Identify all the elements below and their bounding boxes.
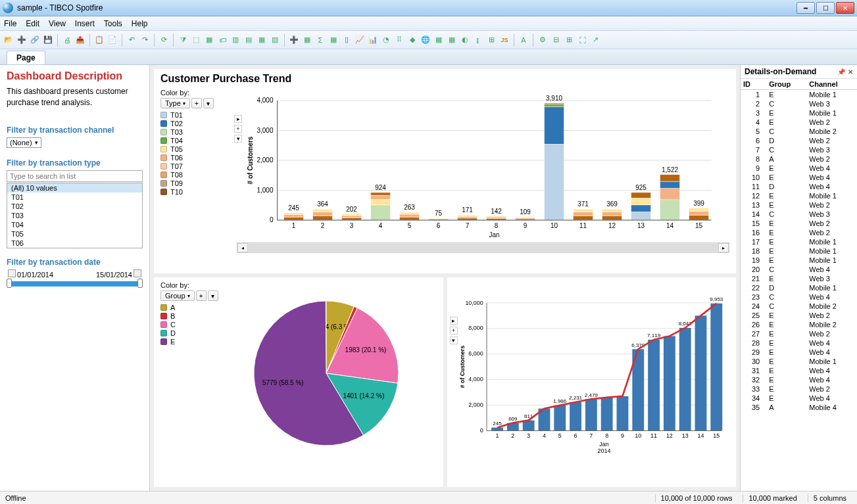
chart-scrollbar[interactable]: ◂▸	[237, 242, 729, 253]
legend-item[interactable]: T04	[160, 137, 233, 145]
menu-edit[interactable]: Edit	[26, 19, 39, 28]
list-item[interactable]: T02	[7, 202, 142, 211]
legend-item[interactable]: T10	[160, 188, 233, 196]
calendar-icon[interactable]	[8, 269, 16, 277]
table-row[interactable]: 18EMobile 1	[741, 246, 857, 256]
legend-item[interactable]: T08	[160, 171, 233, 179]
list-item[interactable]: T03	[7, 211, 142, 220]
popout-icon[interactable]: ↗	[589, 34, 601, 46]
undo-icon[interactable]: ↶	[126, 34, 137, 46]
parallel-icon[interactable]: ⫿	[472, 34, 484, 46]
js-icon[interactable]: JS	[499, 34, 510, 46]
menu-help[interactable]: Help	[132, 19, 148, 28]
legend-item[interactable]: C	[160, 321, 218, 329]
table-row[interactable]: 10EWeb 4	[741, 173, 857, 182]
split-h-icon[interactable]: ⊟	[550, 34, 562, 46]
export-icon[interactable]: 📤	[74, 34, 86, 46]
table-row[interactable]: 23CWeb 4	[741, 292, 857, 302]
table-row[interactable]: 14CWeb 3	[741, 210, 857, 219]
legend-item[interactable]: T05	[160, 145, 233, 153]
col-id[interactable]: ID	[741, 79, 766, 90]
table-row[interactable]: 35AMobile 4	[741, 403, 857, 412]
table-row[interactable]: 17EMobile 1	[741, 237, 857, 246]
menu-tools[interactable]: Tools	[104, 19, 122, 28]
split-v-icon[interactable]: ⊞	[563, 34, 575, 46]
col-channel[interactable]: Channel	[806, 79, 857, 90]
scatter-icon[interactable]: ⠿	[393, 34, 405, 46]
list-item[interactable]: T01	[7, 193, 142, 202]
col-icon[interactable]: ▥	[230, 34, 241, 46]
colorby-more-button[interactable]: ▾	[203, 98, 214, 108]
heatmap-icon[interactable]: ▦	[446, 34, 458, 46]
filter-icon[interactable]: ⧩	[177, 34, 189, 46]
table-row[interactable]: 16EWeb 2	[741, 228, 857, 237]
table-row[interactable]: 33EWeb 2	[741, 384, 857, 394]
table-row[interactable]: 11DWeb 4	[741, 182, 857, 191]
settings-icon[interactable]: ⚙	[537, 34, 549, 46]
legend-item[interactable]: D	[160, 329, 218, 337]
table-icon[interactable]: ▦	[301, 34, 313, 46]
table-row[interactable]: 20CWeb 4	[741, 265, 857, 274]
kpi-icon[interactable]: ◐	[459, 34, 471, 46]
calendar-icon[interactable]	[134, 269, 141, 277]
list-item[interactable]: T05	[7, 229, 142, 239]
close-button[interactable]: ✕	[836, 2, 854, 14]
filter-type-search[interactable]	[7, 170, 143, 182]
table-row[interactable]: 22DMobile 1	[741, 283, 857, 292]
list-item[interactable]: T04	[7, 220, 142, 229]
table-row[interactable]: 6DWeb 2	[741, 136, 857, 145]
legend-item[interactable]: T03	[160, 128, 233, 136]
date-slider[interactable]	[7, 281, 143, 286]
table-row[interactable]: 25EWeb 2	[741, 311, 857, 320]
legend-item[interactable]: T06	[160, 154, 233, 162]
table-row[interactable]: 29EWeb 4	[741, 348, 857, 357]
layout1-icon[interactable]: ▤	[243, 34, 255, 46]
add-icon[interactable]: ➕	[16, 34, 28, 46]
link-icon[interactable]: 🔗	[29, 34, 41, 46]
table-row[interactable]: 1EMobile 1	[741, 90, 857, 100]
filter-channel-dropdown[interactable]: (None)	[7, 137, 41, 148]
table-row[interactable]: 26EMobile 2	[741, 320, 857, 329]
table-row[interactable]: 7CWeb 3	[741, 145, 857, 154]
table-row[interactable]: 4EWeb 2	[741, 118, 857, 127]
save-icon[interactable]: 💾	[42, 34, 54, 46]
colorby-group-button[interactable]: Group	[160, 290, 195, 301]
list-item[interactable]: (All) 10 values	[7, 183, 142, 193]
sum-icon[interactable]: Σ	[314, 34, 326, 46]
table-row[interactable]: 19EMobile 1	[741, 256, 857, 265]
newvis-icon[interactable]: ➕	[288, 34, 300, 46]
table-row[interactable]: 2CWeb 3	[741, 99, 857, 108]
barchart-icon[interactable]: ▯	[341, 34, 353, 46]
chart-add-button[interactable]: +	[234, 125, 242, 133]
colorby-add-button[interactable]: +	[191, 98, 202, 108]
crosstable-icon[interactable]: ▦	[328, 34, 339, 46]
scroll-left-button[interactable]: ◂	[237, 243, 248, 252]
table-row[interactable]: 13EWeb 2	[741, 200, 857, 210]
chart-nav-button[interactable]: ▸	[234, 115, 242, 123]
table-row[interactable]: 21EWeb 3	[741, 274, 857, 283]
filter-type-listbox[interactable]: (All) 10 values T01 T02 T03 T04 T05 T06	[7, 183, 143, 248]
legend-item[interactable]: T01	[160, 111, 233, 119]
combochart-icon[interactable]: 📊	[367, 34, 379, 46]
legend-item[interactable]: T07	[160, 162, 233, 170]
boxplot-icon[interactable]: ⊞	[485, 34, 497, 46]
chart-nav-button[interactable]: ▸	[450, 317, 458, 325]
legend-item[interactable]: B	[160, 312, 218, 320]
table-row[interactable]: 15EWeb 2	[741, 219, 857, 228]
table-row[interactable]: 3EMobile 1	[741, 108, 857, 118]
table-row[interactable]: 5CMobile 2	[741, 127, 857, 136]
scroll-right-button[interactable]: ▸	[718, 243, 729, 252]
chart-more-button[interactable]: ▾	[450, 336, 458, 344]
legend-item[interactable]: E	[160, 338, 218, 346]
linechart-icon[interactable]: 📈	[354, 34, 366, 46]
colorby-add-button[interactable]: +	[196, 290, 207, 301]
maximize-vis-icon[interactable]: ⛶	[576, 34, 588, 46]
col-group[interactable]: Group	[766, 79, 806, 90]
treemap-icon[interactable]: ▦	[433, 34, 445, 46]
table-row[interactable]: 9EWeb 4	[741, 164, 857, 173]
menu-view[interactable]: View	[49, 19, 66, 28]
menu-insert[interactable]: Insert	[75, 19, 95, 28]
3d-icon[interactable]: ◆	[406, 34, 418, 46]
globe-icon[interactable]: 🌐	[420, 34, 431, 46]
list-item[interactable]: T06	[7, 239, 142, 248]
